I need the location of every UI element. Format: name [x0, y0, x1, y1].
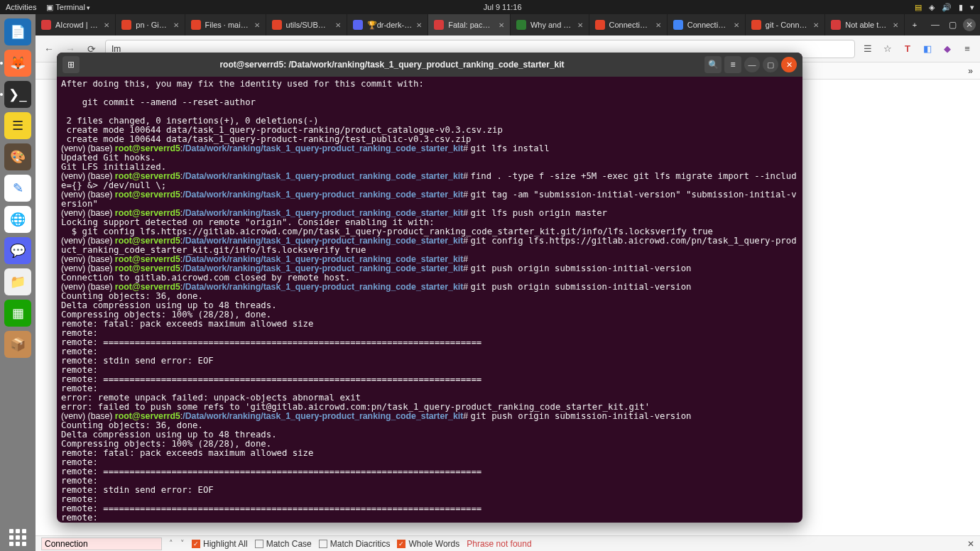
tab-close-icon[interactable]: ✕ [655, 21, 661, 29]
highlight-all-toggle[interactable]: ✓Highlight All [192, 539, 248, 549]
tab-title: pn · GitLab [136, 21, 168, 29]
browser-tab[interactable]: Not able to ssl✕ [825, 14, 905, 36]
tab-title: AIcrowd | ESC [55, 21, 99, 29]
browser-tab[interactable]: AIcrowd | ESC✕ [36, 14, 116, 36]
tab-title: Files · main · A [205, 21, 250, 29]
browser-tab[interactable]: pn · GitLab✕ [116, 14, 185, 36]
browser-tab[interactable]: Fatal: pack exc✕ [428, 14, 511, 36]
tab-title: 🏆dr-derk-chal [367, 21, 413, 30]
tab-close-icon[interactable]: ✕ [254, 21, 260, 29]
browser-tab[interactable]: Files · main · A✕ [185, 14, 266, 36]
network-icon[interactable]: ◈ [929, 3, 935, 12]
tray-note-icon[interactable]: ▤ [915, 3, 922, 12]
tab-close-icon[interactable]: ✕ [173, 21, 179, 29]
favicon [353, 20, 363, 30]
browser-tab[interactable]: 🏆dr-derk-chal✕ [347, 14, 429, 36]
tab-title: Why and How [530, 21, 573, 29]
favicon [751, 20, 761, 30]
tab-close-icon[interactable]: ✕ [813, 21, 819, 29]
favicon [516, 20, 526, 30]
tab-close-icon[interactable]: ✕ [734, 21, 739, 29]
dock-notes[interactable]: ☰ [4, 112, 31, 139]
dock: 📄 🦊 ❯_ ☰ 🎨 ✎ 🌐 💬 📁 ▦ 📦 [0, 14, 36, 551]
volume-icon[interactable]: 🔊 [942, 3, 952, 12]
window-maximize[interactable]: ▢ [946, 18, 959, 31]
power-menu-icon[interactable]: ▾ [970, 3, 974, 12]
new-tab-button[interactable]: + [905, 14, 925, 36]
whole-words-toggle[interactable]: ✓Whole Words [397, 539, 459, 549]
favicon [673, 20, 683, 30]
dock-terminal[interactable]: ❯_ [4, 81, 31, 108]
window-minimize[interactable]: — [929, 18, 942, 31]
dock-discord[interactable]: 💬 [4, 237, 31, 264]
tab-close-icon[interactable]: ✕ [577, 21, 583, 29]
find-bar: ˄ ˅ ✓Highlight All Match Case Match Diac… [36, 535, 980, 551]
terminal-body[interactable]: After doing this, you may fix the identi… [57, 77, 802, 523]
tab-title: Not able to ssl [845, 21, 888, 29]
dock-firefox[interactable]: 🦊 [4, 50, 31, 77]
tab-close-icon[interactable]: ✕ [335, 21, 341, 29]
match-case-toggle[interactable]: Match Case [255, 539, 312, 549]
favicon [595, 20, 605, 30]
dock-software-updater[interactable]: 📦 [4, 331, 31, 358]
tab-close-icon[interactable]: ✕ [104, 21, 109, 29]
search-icon[interactable]: 🔍 [704, 56, 722, 73]
new-tab-button[interactable]: ⊞ [62, 56, 80, 73]
browser-tab[interactable]: utils/SUBMISS✕ [266, 14, 347, 36]
appmenu-terminal[interactable]: ▣ Terminal [46, 3, 90, 12]
extension-icon-2[interactable]: ◆ [940, 43, 954, 54]
window-close[interactable]: ✕ [963, 18, 976, 31]
bookmarks-overflow-icon[interactable]: » [968, 66, 973, 76]
show-applications[interactable] [4, 524, 31, 551]
terminal-title: root@serverrd5: /Data/work/ranking/task_… [80, 60, 704, 70]
browser-tab[interactable]: Connection to✕ [589, 14, 668, 36]
gnome-topbar: Activities ▣ Terminal Jul 9 11:16 ▤ ◈ 🔊 … [0, 0, 980, 14]
dock-files[interactable]: 📁 [4, 268, 31, 295]
bookmark-star-icon[interactable]: ☆ [881, 43, 895, 54]
tab-close-icon[interactable]: ✕ [893, 21, 898, 29]
find-status: Phrase not found [467, 539, 531, 549]
page-content: ⊞ root@serverrd5: /Data/work/ranking/tas… [36, 80, 980, 535]
terminal-maximize[interactable]: ▢ [763, 57, 778, 72]
terminal-minimize[interactable]: — [744, 57, 760, 72]
battery-icon[interactable]: ▮ [959, 3, 963, 12]
favicon [41, 20, 51, 30]
dock-gimp[interactable]: 🎨 [4, 143, 31, 170]
find-input[interactable] [41, 538, 162, 550]
favicon [121, 20, 131, 30]
dock-libreoffice-calc[interactable]: ▦ [4, 300, 31, 327]
reader-mode-icon[interactable]: ☰ [861, 43, 875, 54]
terminal-menu-icon[interactable]: ≡ [724, 56, 741, 73]
favicon [272, 20, 282, 30]
terminal-close[interactable]: ✕ [781, 57, 797, 72]
browser-tab[interactable]: Connection to✕ [668, 14, 746, 36]
tab-title: git - Connectic [766, 21, 809, 29]
browser-tab[interactable]: Why and How✕ [511, 14, 589, 36]
tab-title: utils/SUBMISS [286, 21, 331, 29]
favicon [434, 20, 444, 30]
clock[interactable]: Jul 9 11:16 [90, 3, 915, 11]
find-next-icon[interactable]: ˅ [180, 539, 185, 548]
browser-tab[interactable]: git - Connectic✕ [746, 14, 825, 36]
terminal-window: ⊞ root@serverrd5: /Data/work/ranking/tas… [57, 53, 802, 523]
dock-libreoffice-writer[interactable]: 📄 [4, 18, 31, 45]
translate-icon[interactable]: T [900, 43, 915, 54]
extension-icon-1[interactable]: ◧ [920, 43, 935, 54]
browser-tabstrip: AIcrowd | ESC✕pn · GitLab✕Files · main ·… [36, 14, 980, 36]
favicon [191, 20, 201, 30]
match-diacritics-toggle[interactable]: Match Diacritics [319, 539, 391, 549]
tab-close-icon[interactable]: ✕ [416, 21, 422, 29]
tab-title: Connection to [609, 21, 651, 29]
back-button[interactable]: ← [41, 43, 57, 55]
favicon [831, 20, 841, 30]
hamburger-menu-icon[interactable]: ≡ [960, 43, 974, 54]
find-prev-icon[interactable]: ˄ [169, 539, 173, 548]
tab-close-icon[interactable]: ✕ [499, 21, 504, 29]
dock-texteditor[interactable]: ✎ [4, 175, 31, 202]
terminal-titlebar: ⊞ root@serverrd5: /Data/work/ranking/tas… [57, 53, 802, 77]
find-close-icon[interactable]: ✕ [967, 539, 974, 549]
tab-title: Fatal: pack exc [448, 21, 494, 29]
dock-chrome[interactable]: 🌐 [4, 206, 31, 233]
tab-title: Connection to [687, 21, 729, 29]
activities-button[interactable]: Activities [6, 3, 36, 11]
